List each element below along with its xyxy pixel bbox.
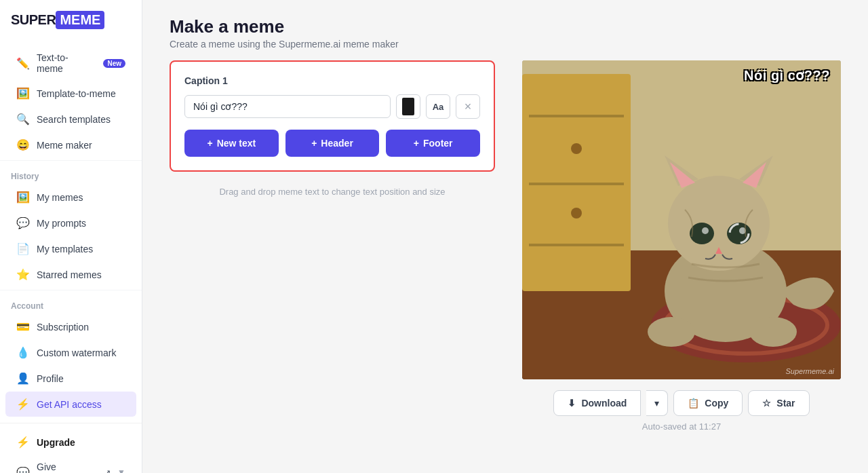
copy-button[interactable]: 📋 Copy <box>673 390 743 416</box>
page-header: Make a meme Create a meme using the Supe… <box>142 0 868 60</box>
svg-rect-4 <box>529 183 624 185</box>
sidebar-item-label: Get API access <box>37 399 102 410</box>
chevron-down-icon: ▾ <box>654 398 659 409</box>
meme-image-container: Nói gì cơ??? Supermeme.ai <box>522 60 841 379</box>
download-bar: ⬇ Download ▾ 📋 Copy ☆ Star <box>553 390 809 416</box>
external-link-icon: ↗ <box>104 468 111 474</box>
download-button[interactable]: ⬇ Download <box>553 390 641 416</box>
svg-point-16 <box>690 223 714 244</box>
sidebar-item-upgrade[interactable]: ⚡ Upgrade <box>5 430 136 455</box>
profile-icon: 👤 <box>16 372 30 385</box>
sidebar-item-get-api-access[interactable]: ⚡ Get API access <box>5 392 136 417</box>
meme-overlay-text: Nói gì cơ??? <box>744 67 830 83</box>
sidebar-item-label: Search templates <box>37 114 111 125</box>
divider <box>0 290 142 290</box>
sidebar: SUPER MEME ✏️ Text-to-meme New 🖼️ Templa… <box>0 0 142 473</box>
api-icon: ⚡ <box>16 398 30 411</box>
cat-scene <box>522 60 841 379</box>
color-swatch-inner <box>402 98 414 115</box>
sidebar-item-custom-watermark[interactable]: 💧 Custom watermark <box>5 340 136 365</box>
footer-button[interactable]: + Footer <box>386 130 480 157</box>
chevron-down-icon: ▼ <box>117 468 125 473</box>
header-label: Header <box>321 138 353 149</box>
sidebar-item-give-feedback[interactable]: 💬 Give feedback ↗ ▼ <box>5 455 136 473</box>
svg-point-6 <box>571 143 582 154</box>
sidebar-item-label: Profile <box>37 373 64 384</box>
new-text-label: New text <box>217 138 256 149</box>
sidebar-item-profile[interactable]: 👤 Profile <box>5 366 136 391</box>
svg-point-11 <box>668 176 770 271</box>
close-icon: × <box>465 100 472 114</box>
sidebar-item-my-memes[interactable]: 🖼️ My memes <box>5 185 136 210</box>
caption-input[interactable] <box>184 95 391 118</box>
subscription-icon: 💳 <box>16 320 30 333</box>
sidebar-item-label: Template-to-meme <box>37 88 116 99</box>
logo: SUPER MEME <box>0 0 142 40</box>
watermark-icon: 💧 <box>16 346 30 359</box>
footer-label: Footer <box>423 138 453 149</box>
svg-rect-5 <box>529 244 624 246</box>
remove-caption-button[interactable]: × <box>456 94 480 119</box>
svg-point-22 <box>648 317 695 347</box>
divider <box>0 160 142 161</box>
download-dropdown-button[interactable]: ▾ <box>646 390 668 416</box>
font-style-button[interactable]: Aa <box>426 94 450 119</box>
templates-icon: 📄 <box>16 242 30 255</box>
header-button[interactable]: + Header <box>285 130 380 157</box>
history-section-label: History <box>0 164 142 184</box>
star-label: Star <box>776 398 795 409</box>
svg-rect-3 <box>529 115 624 117</box>
sidebar-item-text-to-meme[interactable]: ✏️ Text-to-meme New <box>5 46 136 80</box>
meme-watermark: Supermeme.ai <box>785 367 834 375</box>
account-section-label: Account <box>0 293 142 314</box>
main-content: Make a meme Create a meme using the Supe… <box>142 0 868 473</box>
sidebar-item-label: Subscription <box>37 322 89 333</box>
star-icon: ⭐ <box>16 268 30 281</box>
star-button[interactable]: ☆ Star <box>748 390 809 416</box>
page-subtitle: Create a meme using the Supermeme.ai mem… <box>170 39 841 50</box>
logo-meme: MEME <box>56 11 104 29</box>
sidebar-bottom: ⚡ Upgrade 💬 Give feedback ↗ ▼ NP Như Phư… <box>0 423 142 473</box>
download-label: Download <box>581 398 627 409</box>
plus-icon: + <box>311 138 317 149</box>
sidebar-item-starred-memes[interactable]: ⭐ Starred memes <box>5 262 136 287</box>
sidebar-item-label: My prompts <box>37 218 86 229</box>
sidebar-item-label: Give feedback <box>37 461 96 473</box>
cat-illustration <box>522 60 841 379</box>
copy-label: Copy <box>705 398 728 409</box>
sidebar-item-my-prompts[interactable]: 💬 My prompts <box>5 210 136 235</box>
page-title: Make a meme <box>170 16 841 37</box>
sidebar-item-meme-maker[interactable]: 😄 Meme maker <box>5 132 136 157</box>
search-icon: 🔍 <box>16 113 30 126</box>
sidebar-item-label: My memes <box>37 192 83 203</box>
upgrade-icon: ⚡ <box>16 436 30 449</box>
meme-icon: 😄 <box>16 138 30 151</box>
color-picker-button[interactable] <box>396 94 420 119</box>
sidebar-item-search-templates[interactable]: 🔍 Search templates <box>5 107 136 132</box>
sidebar-item-label: Upgrade <box>37 437 75 448</box>
sidebar-item-my-templates[interactable]: 📄 My templates <box>5 236 136 261</box>
sidebar-item-label: Text-to-meme <box>37 52 94 74</box>
editor-area: Caption 1 Aa × + New tex <box>142 60 868 473</box>
drag-hint: Drag and drop meme text to change text p… <box>170 187 495 197</box>
action-buttons: + New text + Header + Footer <box>184 130 480 157</box>
sidebar-item-label: Custom watermark <box>37 347 116 358</box>
plus-icon: + <box>207 138 212 149</box>
caption-panel: Caption 1 Aa × + New tex <box>170 60 495 457</box>
copy-icon: 📋 <box>688 398 699 409</box>
feedback-icon: 💬 <box>16 466 30 474</box>
prompts-icon: 💬 <box>16 216 30 229</box>
star-icon: ☆ <box>762 398 771 409</box>
sidebar-item-label: Starred memes <box>37 269 102 280</box>
caption-box: Caption 1 Aa × + New tex <box>170 60 495 172</box>
sidebar-item-subscription[interactable]: 💳 Subscription <box>5 314 136 339</box>
sidebar-item-template-to-meme[interactable]: 🖼️ Template-to-meme <box>5 81 136 106</box>
autosave-status: Auto-saved at 11:27 <box>642 421 721 432</box>
caption-label: Caption 1 <box>184 75 480 86</box>
svg-point-7 <box>571 208 582 219</box>
caption-input-row: Aa × <box>184 94 480 119</box>
new-text-button[interactable]: + New text <box>184 130 279 157</box>
sidebar-navigation: ✏️ Text-to-meme New 🖼️ Template-to-meme … <box>0 40 142 423</box>
font-aa-icon: Aa <box>433 102 444 112</box>
svg-point-18 <box>702 227 709 234</box>
